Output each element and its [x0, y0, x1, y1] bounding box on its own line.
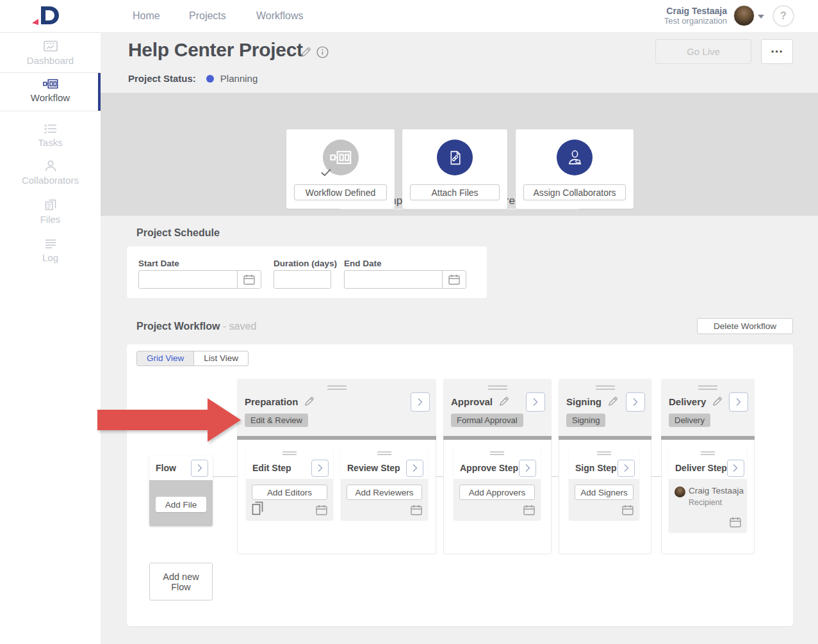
calendar-icon[interactable] — [442, 271, 466, 288]
drag-handle-icon[interactable] — [698, 385, 717, 392]
project-status-row: Project Status: Planning — [128, 73, 258, 84]
sidebar-item-log[interactable]: Log — [0, 239, 101, 263]
chevron-down-icon[interactable] — [758, 15, 764, 19]
phase-type-tag: Signing — [566, 414, 605, 427]
add-signers-button[interactable]: Add Signers — [575, 485, 634, 500]
recipient-avatar[interactable] — [675, 487, 685, 497]
edit-pencil-icon[interactable] — [304, 396, 315, 407]
phase-open-button[interactable] — [411, 392, 430, 412]
attach-files-button[interactable]: Attach Files — [410, 184, 500, 200]
help-button[interactable]: ? — [773, 5, 794, 27]
user-name: Craig Testaaja — [664, 6, 727, 16]
go-live-button[interactable]: Go Live — [655, 39, 751, 64]
end-date-input[interactable] — [345, 271, 442, 288]
step-card-review: Review Step Add Reviewers — [341, 448, 428, 520]
add-reviewers-button[interactable]: Add Reviewers — [347, 485, 422, 500]
drag-handle-icon[interactable] — [246, 448, 333, 457]
edit-pencil-icon[interactable] — [498, 396, 509, 407]
add-file-button[interactable]: Add File — [156, 497, 206, 512]
files-icon — [45, 199, 56, 211]
start-date-group — [138, 270, 261, 289]
sidebar-item-workflow[interactable]: Workflow — [0, 79, 101, 103]
divider — [0, 72, 101, 73]
edit-pencil-icon[interactable] — [607, 396, 618, 407]
step-card-approve: Approve Step Add Approvers — [454, 448, 541, 520]
step-open-button[interactable] — [311, 460, 329, 477]
log-icon — [44, 239, 58, 249]
start-date-input[interactable] — [139, 271, 237, 288]
collaborators-icon — [44, 160, 57, 172]
app-logo-icon[interactable] — [31, 5, 63, 27]
phase-name: Approval — [451, 396, 493, 407]
sidebar-item-dashboard[interactable]: Dashboard — [0, 40, 101, 66]
schedule-card: Start Date Duration (days) End Date — [127, 246, 487, 298]
nav-home[interactable]: Home — [133, 10, 160, 22]
workflow-section-title: Project Workflow - saved — [136, 321, 256, 332]
start-date-label: Start Date — [138, 259, 179, 268]
attach-files-circle — [437, 140, 473, 175]
add-approvers-button[interactable]: Add Approvers — [459, 485, 535, 500]
user-organization: Test organization — [664, 16, 727, 26]
add-editors-button[interactable]: Add Editors — [252, 485, 327, 500]
duration-input[interactable] — [274, 271, 331, 288]
tab-grid-view[interactable]: Grid View — [137, 351, 193, 366]
calendar-icon[interactable] — [622, 504, 634, 515]
step-open-button[interactable] — [727, 460, 744, 477]
drag-handle-icon[interactable] — [341, 448, 428, 457]
phase-name: Delivery — [669, 396, 706, 407]
tab-list-view[interactable]: List View — [193, 351, 248, 366]
step-open-button[interactable] — [519, 460, 536, 477]
phase-open-button[interactable] — [526, 392, 545, 412]
drag-handle-icon[interactable] — [327, 385, 347, 392]
step-open-button[interactable] — [618, 460, 635, 477]
drag-handle-icon[interactable] — [488, 385, 507, 392]
calendar-icon[interactable] — [237, 271, 261, 288]
schedule-section-title: Project Schedule — [136, 227, 220, 239]
dashboard-icon — [44, 40, 58, 52]
more-options-button[interactable]: ... — [761, 39, 793, 64]
user-avatar[interactable] — [733, 5, 755, 26]
calendar-icon[interactable] — [523, 504, 535, 515]
active-indicator — [98, 73, 101, 111]
workflow-defined-button[interactable]: Workflow Defined — [294, 184, 387, 200]
phase-open-button[interactable] — [626, 392, 645, 412]
nav-projects[interactable]: Projects — [189, 10, 226, 22]
sidebar: Dashboard Workflow Tasks Collaborators F… — [0, 32, 101, 644]
divider — [0, 111, 101, 111]
phase-open-button[interactable] — [729, 392, 748, 412]
sidebar-item-collaborators[interactable]: Collaborators — [0, 160, 101, 186]
attach-file-icon — [446, 149, 464, 166]
edit-title-pencil-icon[interactable] — [300, 47, 311, 58]
assign-collaborators-button[interactable]: Assign Collaborators — [523, 184, 626, 200]
nav-workflows[interactable]: Workflows — [256, 10, 304, 22]
drag-handle-icon[interactable] — [669, 448, 747, 457]
duration-group — [274, 270, 331, 289]
calendar-icon[interactable] — [730, 517, 741, 527]
edit-pencil-icon[interactable] — [712, 396, 723, 407]
flow-open-button[interactable] — [191, 460, 208, 477]
drag-handle-icon[interactable] — [454, 448, 541, 457]
user-info: Craig Testaaja Test organization — [664, 6, 727, 26]
annotation-arrow-icon — [97, 398, 243, 442]
phase-type-tag: Edit & Review — [245, 414, 308, 427]
sidebar-item-files[interactable]: Files — [0, 199, 101, 225]
info-icon[interactable] — [316, 46, 329, 58]
step-card-deliver: Deliver Step Craig Testaaja Recipient — [669, 448, 747, 532]
end-date-group — [344, 270, 466, 289]
phase-type-tag: Delivery — [669, 414, 710, 427]
phase-type-tag: Formal Approval — [451, 414, 523, 427]
step-open-button[interactable] — [406, 460, 423, 477]
drag-handle-icon[interactable] — [569, 448, 639, 457]
step-card-sign: Sign Step Add Signers — [569, 448, 639, 520]
delete-workflow-button[interactable]: Delete Workflow — [697, 318, 793, 334]
requirement-card-assign-collaborators: Assign Collaborators — [516, 129, 634, 209]
sidebar-item-tasks[interactable]: Tasks — [0, 124, 101, 148]
document-icon[interactable] — [252, 501, 263, 515]
missing-requirements-banner: Please complete the missing requirements… — [101, 93, 818, 216]
add-new-flow-button[interactable]: Add new Flow — [149, 563, 213, 600]
calendar-icon[interactable] — [316, 504, 327, 515]
status-dot-icon — [206, 75, 214, 83]
top-bar: Home Projects Workflows Craig Testaaja T… — [0, 0, 818, 32]
calendar-icon[interactable] — [411, 504, 422, 515]
drag-handle-icon[interactable] — [596, 385, 615, 392]
